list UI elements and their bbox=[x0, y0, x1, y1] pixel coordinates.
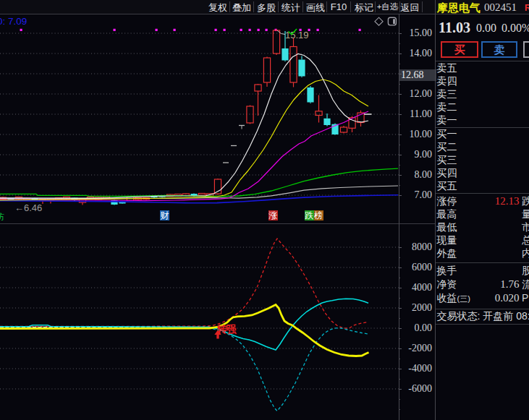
svg-text:0: 7.09: 0: 7.09 bbox=[0, 16, 27, 27]
svg-text:←6.46: ←6.46 bbox=[14, 202, 42, 213]
